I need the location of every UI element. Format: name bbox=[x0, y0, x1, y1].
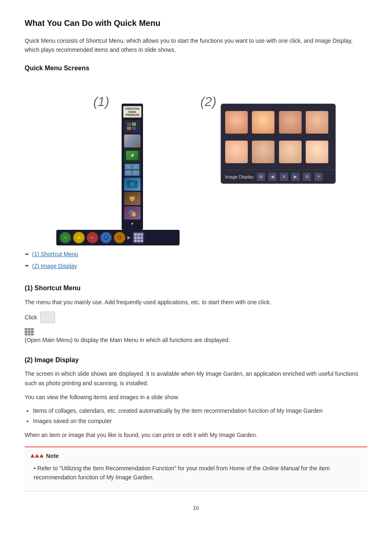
note-box: Note • Refer to "Utilizing the Item Reco… bbox=[25, 446, 367, 492]
note-triangles-icon bbox=[30, 454, 44, 458]
shortcut-icon-7: 🎭 bbox=[124, 206, 141, 220]
screens-heading: Quick Menu Screens bbox=[25, 63, 367, 74]
links-section: ➡ (1) Shortcut Menu ➡ (2) Image Display bbox=[25, 250, 367, 271]
quick-menu-screens-section: Quick Menu Screens (1) CREATIVEPARKPREMI… bbox=[25, 63, 367, 271]
ctrl-prev-btn[interactable]: ◀ bbox=[268, 173, 277, 181]
tri-3 bbox=[39, 454, 44, 458]
link-item-2: ➡ (2) Image Display bbox=[25, 261, 367, 271]
photo-2 bbox=[252, 111, 274, 134]
svg-rect-2 bbox=[127, 127, 131, 130]
ctrl-grid-btn[interactable]: ⊞ bbox=[257, 173, 265, 181]
page-number: 10 bbox=[25, 504, 367, 513]
shortcut-icon-2 bbox=[124, 134, 141, 148]
photo-4 bbox=[306, 111, 328, 134]
shortcut-icon-3: 🖨 bbox=[124, 149, 141, 162]
shortcut-menu-heading: (1) Shortcut Menu bbox=[25, 283, 367, 294]
note-text: • Refer to "Utilizing the Item Recommend… bbox=[30, 464, 362, 482]
tb-icon-4 bbox=[100, 232, 112, 243]
svg-rect-3 bbox=[132, 127, 136, 130]
tb-arrow-icon: ▶ bbox=[127, 234, 131, 241]
click-suffix: (Open Main Menu) to display the Main Men… bbox=[25, 337, 230, 343]
ctrl-next-btn[interactable]: ▶ bbox=[291, 173, 300, 181]
screen1-wrapper: (1) CREATIVEPARKPREMIUM bbox=[56, 79, 180, 245]
bullet-item-2: Images saved on the computer bbox=[33, 417, 367, 426]
shortcut-icon-6: 🦁 bbox=[124, 192, 141, 205]
shortcut-icon-5: 🌐 bbox=[124, 178, 141, 191]
page-title: What You Can Do with Quick Menu bbox=[25, 16, 367, 30]
svg-point-6 bbox=[78, 236, 80, 239]
note-label: Note bbox=[46, 451, 59, 460]
taskbar: P C ▶ bbox=[56, 230, 180, 245]
screens-container: (1) CREATIVEPARKPREMIUM bbox=[25, 79, 367, 245]
image-display-heading: (2) Image Display bbox=[25, 355, 367, 365]
shortcut-bar: CREATIVEPARKPREMIUM 🖨 bbox=[122, 104, 143, 230]
shortcut-icon-1 bbox=[124, 120, 141, 133]
label-1: (1) bbox=[93, 91, 109, 112]
ctrl-pause-btn[interactable]: ⏸ bbox=[280, 173, 288, 181]
scroll-down-icon: ▼ bbox=[124, 221, 141, 227]
shortcut-bar-wrapper: CREATIVEPARKPREMIUM 🖨 bbox=[122, 79, 143, 230]
id-controls: Image Display ⊞ ◀ ⏸ ▶ ⚙ ✕ bbox=[221, 170, 335, 183]
svg-rect-0 bbox=[127, 123, 131, 126]
image-display-label: Image Display bbox=[225, 173, 254, 181]
label-2: (2) bbox=[200, 91, 216, 112]
creative-park-icon: CREATIVEPARKPREMIUM bbox=[123, 106, 141, 118]
bullet-list: Items of collages, calendars, etc. creat… bbox=[25, 407, 367, 426]
image-display-desc1: The screen in which slide shows are disp… bbox=[25, 369, 367, 388]
photo-8 bbox=[306, 141, 328, 163]
open-main-menu-icon bbox=[40, 312, 55, 323]
click-prefix: Click bbox=[25, 313, 37, 322]
svg-text:P: P bbox=[92, 236, 94, 240]
tb-icon-3: P bbox=[87, 232, 98, 243]
intro-text: Quick Menu consists of Shortcut Menu, wh… bbox=[25, 36, 367, 55]
omm-grid bbox=[25, 328, 34, 335]
image-display-box: Image Display ⊞ ◀ ⏸ ▶ ⚙ ✕ bbox=[221, 104, 336, 184]
svg-text:C: C bbox=[119, 236, 121, 240]
image-display-link[interactable]: (2) Image Display bbox=[32, 261, 77, 271]
tb-icon-2 bbox=[73, 232, 85, 243]
image-display-desc2: You can view the following items and ima… bbox=[25, 393, 367, 402]
ctrl-settings-btn[interactable]: ⚙ bbox=[303, 173, 311, 181]
image-display-section: (2) Image Display The screen in which sl… bbox=[25, 355, 367, 492]
note-text-prefix: Refer to "Utilizing the Item Recommendat… bbox=[37, 465, 263, 472]
link-item-1: ➡ (1) Shortcut Menu bbox=[25, 250, 367, 259]
shortcut-menu-section: (1) Shortcut Menu The menu that you main… bbox=[25, 283, 367, 345]
note-header: Note bbox=[30, 451, 362, 460]
photo-5 bbox=[225, 141, 248, 163]
shortcut-icon-4: EE 图 訳 廃 bbox=[124, 163, 141, 176]
screen2-wrapper: (2) bbox=[200, 79, 335, 184]
main-content: What You Can Do with Quick Menu Quick Me… bbox=[25, 16, 367, 513]
photo-7 bbox=[279, 141, 302, 163]
tri-1 bbox=[30, 454, 35, 458]
shortcut-menu-link[interactable]: (1) Shortcut Menu bbox=[32, 250, 78, 259]
id-photos-grid bbox=[221, 104, 335, 170]
tb-grid-icon bbox=[133, 232, 144, 243]
tb-icon-5: C bbox=[114, 232, 125, 243]
photo-3 bbox=[279, 111, 302, 134]
shortcut-menu-desc: The menu that you mainly use. Add freque… bbox=[25, 298, 367, 307]
tri-2 bbox=[35, 454, 39, 458]
ctrl-close-btn[interactable]: ✕ bbox=[314, 173, 323, 181]
svg-rect-1 bbox=[132, 123, 136, 126]
image-display-desc3: When an item or image that you like is f… bbox=[25, 430, 367, 439]
shortcut-click-text: Click bbox=[25, 312, 367, 323]
note-text-italic: Online Manual bbox=[262, 465, 299, 472]
photo-6 bbox=[252, 141, 274, 163]
tb-icon-1 bbox=[60, 232, 71, 243]
bullet-item-1: Items of collages, calendars, etc. creat… bbox=[33, 407, 367, 415]
photo-1 bbox=[225, 111, 248, 134]
